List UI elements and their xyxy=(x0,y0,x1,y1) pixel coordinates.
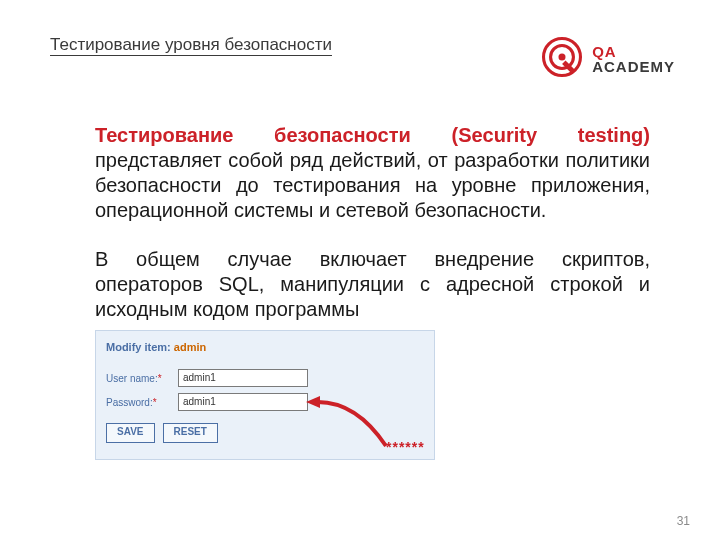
password-mask-callout: ****** xyxy=(386,439,425,455)
save-button[interactable]: SAVE xyxy=(106,423,155,443)
svg-point-2 xyxy=(559,53,566,60)
slide-title: Тестирование уровня безопасности xyxy=(50,35,332,55)
form-heading-value: admin xyxy=(174,341,206,353)
qa-academy-logo: QA ACADEMY xyxy=(540,35,675,83)
logo-text-qa: QA xyxy=(592,44,675,59)
accent-term: Тестирование безопасности (Security test… xyxy=(95,124,650,146)
password-label: Password:* xyxy=(106,397,172,408)
form-row-password: Password:* admin1 xyxy=(106,393,308,411)
password-field[interactable]: admin1 xyxy=(178,393,308,411)
form-screenshot: Modify item: admin User name:* admin1 Pa… xyxy=(95,330,435,460)
form-row-username: User name:* admin1 xyxy=(106,369,308,387)
form-heading: Modify item: admin xyxy=(106,341,206,353)
paragraph-1: Тестирование безопасности (Security test… xyxy=(95,123,650,223)
page-number: 31 xyxy=(677,514,690,528)
username-field[interactable]: admin1 xyxy=(178,369,308,387)
target-q-icon xyxy=(540,35,584,83)
logo-text-academy: ACADEMY xyxy=(592,59,675,74)
paragraph-2: В общем случае включает внедрение скрипт… xyxy=(95,247,650,322)
paragraph-1-rest: представляет собой ряд действий, от разр… xyxy=(95,149,650,221)
username-label: User name:* xyxy=(106,373,172,384)
callout-arrow-body xyxy=(316,396,391,451)
slide-body: Тестирование безопасности (Security test… xyxy=(0,83,720,460)
reset-button[interactable]: RESET xyxy=(163,423,218,443)
